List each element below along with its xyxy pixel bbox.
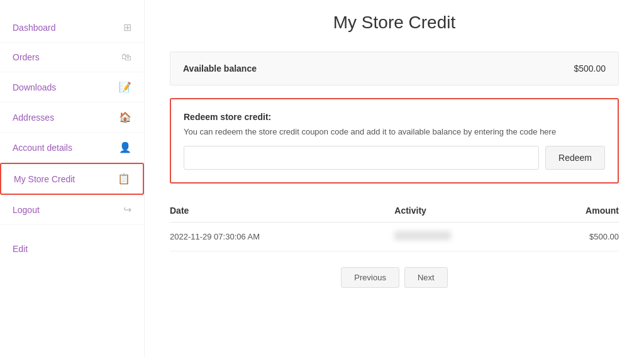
sidebar-item-label-orders: Orders	[13, 52, 121, 62]
cell-amount: $500.00	[536, 222, 619, 251]
previous-button[interactable]: Previous	[341, 267, 399, 288]
sidebar-item-label-logout: Logout	[13, 205, 123, 215]
sidebar-item-orders[interactable]: Orders🛍	[0, 43, 144, 72]
col-amount: Amount	[536, 199, 619, 222]
sidebar-edit-section: Edit	[0, 231, 144, 266]
redeem-button[interactable]: Redeem	[545, 146, 605, 170]
balance-amount: $500.00	[574, 63, 606, 74]
pagination: Previous Next	[170, 267, 619, 288]
sidebar-icon-logout: ↪	[123, 204, 131, 216]
sidebar-edit-label: Edit	[13, 244, 28, 254]
redeem-box: Redeem store credit: You can redeem the …	[170, 98, 619, 184]
sidebar-icon-orders: 🛍	[121, 52, 131, 63]
sidebar-icon-account-details: 👤	[119, 141, 131, 153]
table-header-row: Date Activity Amount	[170, 199, 619, 222]
redeem-description: You can redeem the store credit coupon c…	[184, 127, 605, 136]
sidebar-item-label-addresses: Addresses	[13, 113, 119, 123]
main-content: My Store Credit Available balance $500.0…	[145, 0, 644, 357]
col-date: Date	[170, 199, 394, 222]
sidebar-item-dashboard[interactable]: Dashboard⊞	[0, 13, 144, 43]
page-title: My Store Credit	[170, 13, 619, 33]
sidebar-item-logout[interactable]: Logout↪	[0, 195, 144, 225]
sidebar-item-downloads[interactable]: Downloads📝	[0, 72, 144, 102]
transaction-table: Date Activity Amount 2022-11-29 07:30:06…	[170, 199, 619, 251]
sidebar-item-my-store-credit[interactable]: My Store Credit📋	[0, 163, 144, 195]
balance-label: Available balance	[183, 63, 257, 74]
sidebar-item-label-account-details: Account details	[13, 143, 119, 153]
sidebar-icon-dashboard: ⊞	[123, 21, 131, 33]
cell-activity	[394, 222, 536, 251]
sidebar-item-label-downloads: Downloads	[13, 82, 119, 92]
sidebar-item-addresses[interactable]: Addresses🏠	[0, 102, 144, 133]
sidebar-icon-my-store-credit: 📋	[118, 173, 130, 185]
col-activity: Activity	[394, 199, 536, 222]
redeem-row: Redeem	[184, 146, 605, 170]
activity-blur	[394, 231, 451, 240]
sidebar: Dashboard⊞Orders🛍Downloads📝Addresses🏠Acc…	[0, 0, 145, 357]
sidebar-item-label-dashboard: Dashboard	[13, 23, 123, 33]
next-button[interactable]: Next	[404, 267, 448, 288]
sidebar-icon-downloads: 📝	[119, 81, 131, 93]
table-row: 2022-11-29 07:30:06 AM$500.00	[170, 222, 619, 251]
redeem-title: Redeem store credit:	[184, 112, 605, 122]
redeem-input[interactable]	[184, 146, 539, 170]
sidebar-icon-addresses: 🏠	[119, 111, 131, 123]
cell-date: 2022-11-29 07:30:06 AM	[170, 222, 394, 251]
sidebar-item-account-details[interactable]: Account details👤	[0, 133, 144, 163]
sidebar-item-label-my-store-credit: My Store Credit	[14, 174, 118, 184]
balance-card: Available balance $500.00	[170, 52, 619, 85]
